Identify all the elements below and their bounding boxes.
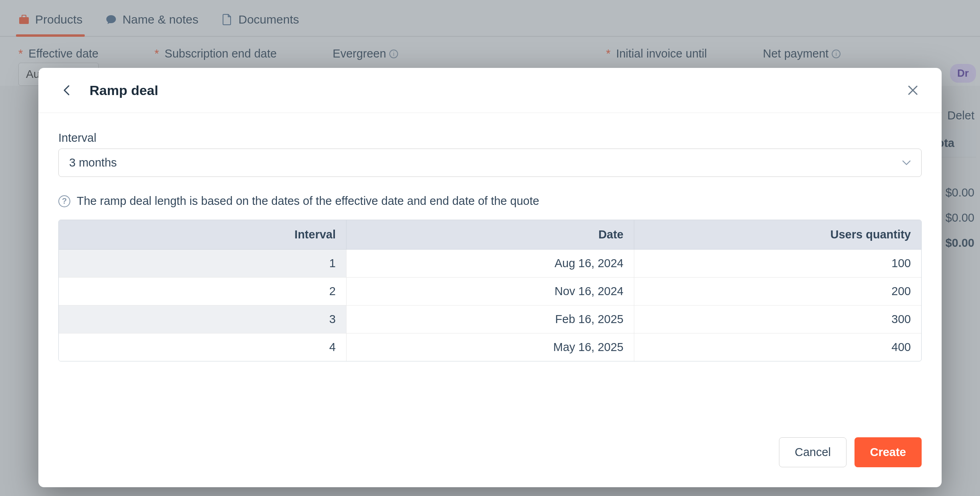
col-interval-header: Interval xyxy=(59,220,347,250)
cell-interval: 1 xyxy=(59,250,347,278)
hint-row: ? The ramp deal length is based on the d… xyxy=(58,194,922,208)
cell-qty: 400 xyxy=(634,333,921,361)
cell-date: Nov 16, 2024 xyxy=(347,278,634,306)
table-row: 2Nov 16, 2024200 xyxy=(59,278,921,306)
ramp-deal-modal: Ramp deal Interval 3 months ? The ramp d… xyxy=(38,68,942,487)
back-button[interactable] xyxy=(58,81,76,99)
create-button[interactable]: Create xyxy=(855,437,922,467)
cell-date: Feb 16, 2025 xyxy=(347,306,634,333)
col-date-header: Date xyxy=(347,220,634,250)
col-qty-header: Users quantity xyxy=(634,220,921,250)
cell-interval: 3 xyxy=(59,306,347,333)
chevron-down-icon xyxy=(902,160,911,166)
cancel-button[interactable]: Cancel xyxy=(779,437,846,467)
ramp-table: Interval Date Users quantity 1Aug 16, 20… xyxy=(58,220,922,361)
modal-footer: Cancel Create xyxy=(38,373,942,487)
arrow-left-icon xyxy=(61,84,73,96)
cell-interval: 2 xyxy=(59,278,347,306)
cell-qty: 100 xyxy=(634,250,921,278)
close-button[interactable] xyxy=(904,81,922,99)
cell-date: May 16, 2025 xyxy=(347,333,634,361)
cell-interval: 4 xyxy=(59,333,347,361)
table-row: 3Feb 16, 2025300 xyxy=(59,306,921,333)
modal-header: Ramp deal xyxy=(38,68,942,113)
cell-qty: 200 xyxy=(634,278,921,306)
interval-label: Interval xyxy=(58,131,922,145)
hint-text: The ramp deal length is based on the dat… xyxy=(77,194,539,208)
table-row: 1Aug 16, 2024100 xyxy=(59,250,921,278)
cell-date: Aug 16, 2024 xyxy=(347,250,634,278)
help-icon: ? xyxy=(58,195,70,207)
interval-select[interactable]: 3 months xyxy=(58,149,922,177)
interval-select-value: 3 months xyxy=(69,156,117,169)
close-icon xyxy=(907,85,918,96)
table-row: 4May 16, 2025400 xyxy=(59,333,921,361)
modal-body: Interval 3 months ? The ramp deal length… xyxy=(38,113,942,373)
cell-qty: 300 xyxy=(634,306,921,333)
modal-title: Ramp deal xyxy=(90,83,158,98)
modal-overlay: Ramp deal Interval 3 months ? The ramp d… xyxy=(0,0,980,496)
